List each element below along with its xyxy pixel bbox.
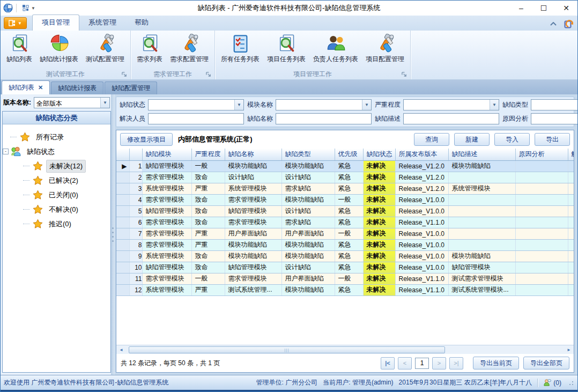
requirement-list-button[interactable]: 需求列表 [133, 32, 166, 65]
row-number[interactable]: 2 [129, 172, 142, 183]
table-cell[interactable]: 设计缺陷 [281, 262, 335, 273]
column-header[interactable]: 缺陷描述 [448, 149, 515, 160]
table-cell[interactable]: 紧急 [335, 172, 363, 183]
filter-resolver-input[interactable] [148, 113, 244, 124]
scrollbar-track[interactable]: ||| [125, 346, 565, 354]
table-cell[interactable]: Release_V1.0.0 [395, 228, 448, 239]
table-cell[interactable]: Release_V1.2.0 [395, 183, 448, 194]
row-number[interactable]: 6 [129, 217, 142, 228]
table-row[interactable]: ▶1缺陷管理模块一般模块功能缺陷模块功能缺陷紧急未解决Release_V1.2.… [116, 160, 574, 172]
row-number[interactable]: 7 [129, 228, 142, 239]
table-cell[interactable] [448, 217, 515, 228]
message-count[interactable]: (0) [543, 379, 561, 387]
table-cell[interactable]: 致命 [191, 250, 225, 262]
table-cell[interactable]: 模块功能缺陷 [281, 284, 335, 295]
table-row[interactable]: 4需求管理模块致命需求管理模块模块功能缺陷一般未解决Release_V1.0.0 [116, 194, 574, 205]
status-cell[interactable]: 未解决 [363, 262, 395, 273]
horizontal-scrollbar[interactable]: ◄ ||| ► [116, 345, 574, 354]
table-cell[interactable]: 用户界面缺陷 [281, 273, 335, 284]
table-cell[interactable]: 需求管理模块 [225, 217, 281, 228]
table-cell[interactable]: 需求缺陷 [281, 183, 335, 194]
row-indicator[interactable] [116, 228, 129, 239]
row-number[interactable]: 8 [129, 239, 142, 250]
tree-item-resolved[interactable]: 已解决(2) [23, 173, 108, 188]
table-cell[interactable]: 需求管理模块 [142, 217, 191, 228]
column-header[interactable]: 严重程度 [191, 149, 225, 160]
table-cell[interactable]: 用户界面缺陷 [225, 228, 281, 239]
table-cell[interactable] [568, 250, 574, 262]
table-cell[interactable]: Release_V1.0.0 [395, 250, 448, 262]
table-row[interactable]: 2需求管理模块致命设计缺陷设计缺陷紧急未解决Release_V1.2.0 [116, 172, 574, 183]
column-header[interactable]: 原因分析 [515, 149, 568, 160]
column-header[interactable]: 优先级 [335, 149, 363, 160]
table-cell[interactable]: 模块功能缺陷 [281, 160, 335, 172]
filter-defect-desc-input[interactable] [403, 113, 499, 124]
table-cell[interactable] [568, 205, 574, 217]
table-cell[interactable]: 缺陷管理模块 [448, 262, 515, 273]
column-header[interactable]: 缺陷名称 [225, 149, 281, 160]
table-cell[interactable]: 一般 [191, 160, 225, 172]
table-cell[interactable]: 测试需求管理模块 [448, 273, 515, 284]
next-page-button[interactable]: > [432, 357, 446, 369]
table-cell[interactable] [568, 172, 574, 183]
table-cell[interactable]: 缺陷管理模块 [142, 160, 191, 172]
row-indicator[interactable] [116, 194, 129, 205]
row-indicator[interactable] [116, 183, 129, 194]
tab-close-icon[interactable]: ✕ [38, 84, 43, 91]
maximize-button[interactable]: ☐ [532, 1, 555, 16]
new-button[interactable]: 新建 [454, 133, 490, 146]
column-header[interactable]: 缺陷类型 [281, 149, 335, 160]
tree-item-all-records[interactable]: 所有记录 [10, 130, 108, 144]
dialog-launcher-icon[interactable] [402, 72, 407, 77]
row-indicator[interactable] [116, 284, 129, 295]
table-cell[interactable] [568, 217, 574, 228]
table-cell[interactable] [448, 228, 515, 239]
defect-list-button[interactable]: 缺陷列表 [3, 32, 36, 65]
row-number[interactable]: 5 [129, 205, 142, 217]
table-cell[interactable]: 需求管理模块 [142, 172, 191, 183]
row-indicator[interactable] [116, 217, 129, 228]
all-tasks-button[interactable]: 所有任务列表 [217, 32, 263, 65]
table-cell[interactable] [515, 284, 568, 295]
table-cell[interactable]: Release_V1.1.0 [395, 273, 448, 284]
table-cell[interactable]: 模块功能缺陷 [448, 250, 515, 262]
owner-tasks-button[interactable]: 负责人任务列表 [309, 32, 362, 65]
table-cell[interactable]: 致命 [191, 172, 225, 183]
table-cell[interactable] [515, 262, 568, 273]
table-cell[interactable] [448, 205, 515, 217]
row-indicator[interactable] [116, 273, 129, 284]
defect-report-button[interactable]: 缺陷统计报表 [36, 32, 82, 65]
table-cell[interactable] [515, 194, 568, 205]
table-row[interactable]: 8需求管理模块严重模块功能缺陷模块功能缺陷紧急未解决Release_V1.0.0 [116, 239, 574, 250]
table-cell[interactable]: 模块功能缺陷 [448, 160, 515, 172]
tree-item-unresolved[interactable]: 未解决(12) [23, 159, 108, 173]
table-cell[interactable] [568, 183, 574, 194]
table-row[interactable]: 10缺陷管理模块致命缺陷管理模块设计缺陷紧急未解决Release_V1.0.0缺… [116, 262, 574, 273]
table-cell[interactable]: Release_V1.0.0 [395, 194, 448, 205]
table-cell[interactable]: 设计缺陷 [225, 172, 281, 183]
tree-item-postponed[interactable]: 推迟(0) [23, 217, 108, 231]
table-cell[interactable] [448, 172, 515, 183]
row-number[interactable]: 12 [129, 284, 142, 295]
tree-collapse-icon[interactable]: - [3, 149, 9, 154]
table-cell[interactable] [515, 217, 568, 228]
table-cell[interactable] [448, 194, 515, 205]
filter-severity-combo[interactable]: ▼ [403, 99, 499, 110]
table-cell[interactable] [568, 273, 574, 284]
table-cell[interactable]: 缺陷管理模块 [225, 205, 281, 217]
table-cell[interactable] [515, 250, 568, 262]
table-cell[interactable]: Release_V1.1.0 [395, 217, 448, 228]
table-cell[interactable]: 致命 [191, 194, 225, 205]
table-cell[interactable]: Release_V1.0.0 [395, 239, 448, 250]
table-cell[interactable]: 紧急 [335, 183, 363, 194]
table-cell[interactable]: 紧急 [335, 160, 363, 172]
table-row[interactable]: 7需求管理模块严重用户界面缺陷用户界面缺陷一般未解决Release_V1.0.0 [116, 228, 574, 239]
table-cell[interactable]: 一般 [335, 194, 363, 205]
table-cell[interactable]: 缺陷管理模块 [225, 262, 281, 273]
table-cell[interactable] [568, 284, 574, 295]
table-cell[interactable]: 需求管理模块 [142, 239, 191, 250]
table-cell[interactable]: 紧急 [335, 205, 363, 217]
export-button[interactable]: 导出 [535, 133, 570, 146]
minimize-button[interactable]: – [510, 1, 532, 16]
requirement-config-button[interactable]: 需求配置管理 [166, 32, 212, 65]
